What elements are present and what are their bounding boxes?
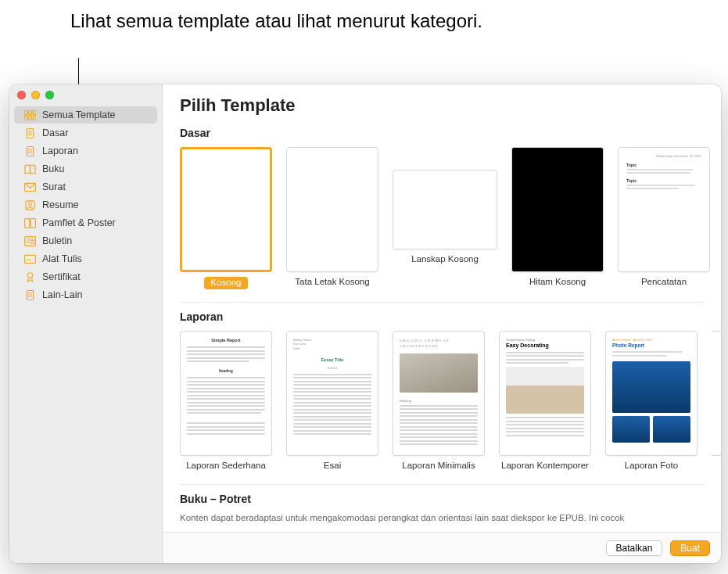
sidebar-item-label: Buku bbox=[42, 163, 65, 174]
svg-rect-3 bbox=[24, 116, 27, 120]
section-subtitle-buku: Konten dapat beradaptasi untuk mengakomo… bbox=[180, 513, 721, 522]
minimize-window-button[interactable] bbox=[31, 91, 40, 99]
cancel-button[interactable]: Batalkan bbox=[606, 540, 663, 556]
svg-point-16 bbox=[28, 203, 31, 206]
sidebar-item-label: Lain-Lain bbox=[42, 289, 82, 300]
svg-rect-18 bbox=[30, 218, 35, 228]
sidebar-item-buletin[interactable]: Buletin bbox=[14, 232, 157, 249]
template-label: Lanskap Kosong bbox=[393, 254, 497, 265]
template-overflow-peek[interactable] bbox=[712, 331, 721, 456]
dialog-footer: Batalkan Buat bbox=[163, 532, 721, 563]
sidebar-item-label: Pamflet & Poster bbox=[42, 217, 116, 228]
sidebar-item-label: Semua Template bbox=[42, 109, 116, 120]
template-laporan-minimalis[interactable]: ORGANIC FORMS IN ARCHITECTUREHeadingLapo… bbox=[393, 331, 485, 472]
svg-point-26 bbox=[27, 272, 33, 278]
news-icon bbox=[23, 235, 36, 246]
sidebar-item-laporan[interactable]: Laporan bbox=[14, 142, 157, 160]
template-thumbnail bbox=[393, 170, 497, 249]
svg-rect-0 bbox=[24, 110, 27, 115]
template-row-dasar: KosongTata Letak KosongLanskap KosongHit… bbox=[180, 147, 721, 289]
category-sidebar: Semua TemplateDasarLaporanBukuSuratResum… bbox=[9, 84, 163, 563]
section-buku: Buku – Potret Konten dapat beradaptasi u… bbox=[180, 493, 721, 522]
sidebar-item-pamflet-poster[interactable]: Pamflet & Poster bbox=[14, 214, 157, 231]
sidebar-item-dasar[interactable]: Dasar bbox=[14, 124, 157, 142]
template-main-area: Pilih Template Dasar KosongTata Letak Ko… bbox=[163, 84, 721, 563]
template-thumbnail bbox=[180, 147, 272, 272]
sidebar-item-surat[interactable]: Surat bbox=[14, 178, 157, 196]
template-label: Kosong bbox=[204, 277, 247, 289]
section-title-buku: Buku – Potret bbox=[180, 493, 721, 505]
sidebar-item-label: Surat bbox=[42, 181, 66, 192]
template-thumbnail bbox=[712, 331, 721, 456]
window-controls bbox=[17, 91, 54, 99]
sidebar-item-alat-tulis[interactable]: Alat Tulis bbox=[14, 250, 157, 267]
spread-icon bbox=[23, 217, 36, 228]
book-icon bbox=[23, 163, 36, 174]
sidebar-item-sertifikat[interactable]: Sertifikat bbox=[14, 268, 157, 285]
page-icon bbox=[23, 145, 36, 156]
template-scroll-area[interactable]: Pilih Template Dasar KosongTata Letak Ko… bbox=[163, 84, 721, 563]
svg-rect-4 bbox=[28, 116, 31, 120]
template-lanskap-kosong[interactable]: Lanskap Kosong bbox=[393, 147, 497, 265]
mail-icon bbox=[23, 181, 36, 192]
template-thumbnail: Simple Home StylingEasy Decorating bbox=[499, 331, 591, 456]
close-window-button[interactable] bbox=[17, 91, 26, 99]
template-label: Pencatatan bbox=[618, 277, 710, 288]
page-title: Pilih Template bbox=[180, 95, 721, 116]
template-thumbnail: Author NameInstructorDateEssay TitleSubt… bbox=[286, 331, 378, 456]
template-pencatatan[interactable]: Wednesday, December 10, 2019TopicTopicPe… bbox=[618, 147, 710, 288]
section-title-dasar: Dasar bbox=[180, 127, 721, 139]
ribbon-icon bbox=[23, 271, 36, 282]
sidebar-item-semua-template[interactable]: Semua Template bbox=[14, 106, 157, 124]
callout-annotation: Lihat semua template atau lihat menurut … bbox=[70, 9, 482, 33]
sidebar-item-buku[interactable]: Buku bbox=[14, 160, 157, 178]
person-icon bbox=[23, 199, 36, 210]
svg-rect-24 bbox=[24, 255, 35, 263]
sidebar-item-label: Dasar bbox=[42, 127, 68, 138]
svg-rect-5 bbox=[33, 116, 36, 120]
template-thumbnail: ORGANIC FORMS IN ARCHITECTUREHeading bbox=[393, 331, 485, 456]
sidebar-item-label: Alat Tulis bbox=[42, 253, 82, 264]
svg-rect-1 bbox=[28, 110, 31, 115]
template-label: Laporan Foto bbox=[605, 461, 698, 472]
template-laporan-foto[interactable]: Author Name April 10, 2022Photo ReportLa… bbox=[605, 331, 698, 472]
section-divider bbox=[180, 484, 704, 485]
template-esai[interactable]: Author NameInstructorDateEssay TitleSubt… bbox=[286, 331, 378, 472]
callout-leader-line bbox=[78, 58, 79, 85]
create-button[interactable]: Buat bbox=[670, 540, 710, 556]
template-row-laporan: Simple ReportHeadingLaporan SederhanaAut… bbox=[180, 331, 721, 472]
template-thumbnail: Simple ReportHeading bbox=[180, 331, 272, 456]
svg-rect-23 bbox=[30, 240, 34, 243]
svg-rect-17 bbox=[24, 218, 29, 228]
template-hitam-kosong[interactable]: Hitam Kosong bbox=[511, 147, 604, 288]
section-dasar: Dasar KosongTata Letak KosongLanskap Kos… bbox=[180, 127, 721, 289]
sidebar-item-lain-lain[interactable]: Lain-Lain bbox=[14, 286, 157, 303]
template-laporan-sederhana[interactable]: Simple ReportHeadingLaporan Sederhana bbox=[180, 331, 272, 472]
template-label: Esai bbox=[286, 461, 378, 472]
page-icon bbox=[23, 127, 36, 138]
sidebar-item-label: Resume bbox=[42, 199, 79, 210]
template-tata-letak-kosong[interactable]: Tata Letak Kosong bbox=[286, 147, 378, 288]
template-kosong[interactable]: Kosong bbox=[180, 147, 272, 289]
template-label: Laporan Minimalis bbox=[393, 461, 485, 472]
template-thumbnail: Wednesday, December 10, 2019TopicTopic bbox=[618, 147, 710, 272]
template-label: Tata Letak Kosong bbox=[286, 277, 378, 288]
section-title-laporan: Laporan bbox=[180, 310, 721, 323]
grid-icon bbox=[23, 109, 36, 120]
sidebar-item-label: Buletin bbox=[42, 235, 72, 246]
template-thumbnail bbox=[286, 147, 378, 272]
template-label: Laporan Kontemporer bbox=[499, 461, 591, 472]
section-laporan: Laporan Simple ReportHeadingLaporan Sede… bbox=[180, 310, 721, 472]
sidebar-item-resume[interactable]: Resume bbox=[14, 196, 157, 213]
page-icon bbox=[23, 289, 36, 300]
card-icon bbox=[23, 253, 36, 264]
template-label: Hitam Kosong bbox=[511, 277, 604, 288]
template-laporan-kontemporer[interactable]: Simple Home StylingEasy DecoratingLapora… bbox=[499, 331, 591, 472]
template-chooser-window: Semua TemplateDasarLaporanBukuSuratResum… bbox=[9, 84, 721, 563]
sidebar-item-label: Laporan bbox=[42, 145, 78, 156]
svg-rect-2 bbox=[33, 110, 36, 115]
template-thumbnail bbox=[511, 147, 604, 272]
zoom-window-button[interactable] bbox=[45, 91, 54, 99]
section-divider bbox=[180, 302, 704, 303]
template-label: Laporan Sederhana bbox=[180, 461, 272, 472]
